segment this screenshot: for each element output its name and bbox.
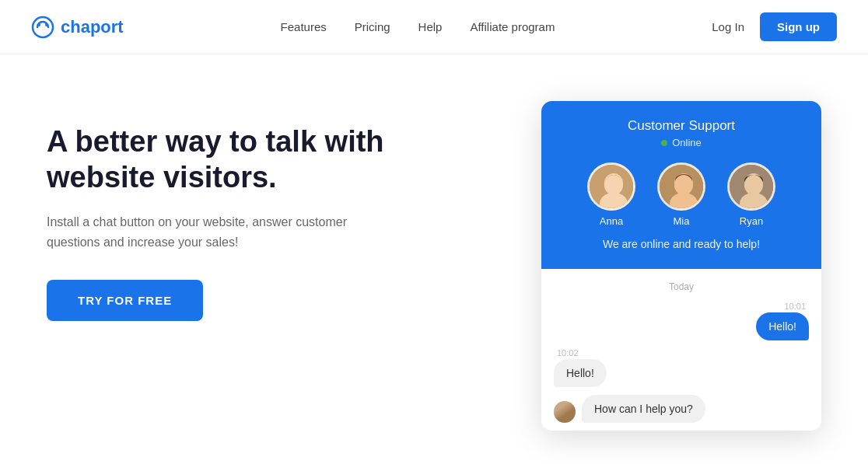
agent-avatar-small (554, 401, 576, 423)
message-2-bubble: Hello! (554, 359, 607, 387)
message-2-time: 10:02 (557, 348, 579, 358)
agent-name-anna: Anna (600, 215, 623, 227)
agent-name-ryan: Ryan (740, 215, 763, 227)
svg-point-12 (674, 175, 693, 195)
main-content: A better way to talk with website visito… (0, 54, 868, 431)
chat-messages: 10:01 Hello! 10:02 Hello! How can I help… (554, 302, 809, 423)
agent-name-mia: Mia (674, 215, 690, 227)
agents-row: Anna Mia (557, 162, 806, 227)
nav-actions: Log In Sign up (712, 12, 837, 41)
try-for-free-button[interactable]: TRY FOR FREE (47, 280, 203, 321)
login-button[interactable]: Log In (712, 20, 744, 33)
svg-point-1 (37, 23, 40, 26)
nav-affiliate[interactable]: Affiliate program (470, 20, 555, 33)
status-text: Online (672, 137, 702, 148)
chat-body: Today 10:01 Hello! 10:02 Hello! (541, 269, 821, 431)
hero-subtitle: Install a chat button on your website, a… (47, 212, 373, 252)
status-dot (661, 140, 667, 146)
hero-section: A better way to talk with website visito… (47, 101, 495, 321)
site-header: chaport Features Pricing Help Affiliate … (0, 0, 868, 54)
agent-avatar-ryan (727, 162, 775, 211)
nav-help[interactable]: Help (418, 20, 443, 33)
logo-text: chaport (61, 17, 124, 37)
agent-anna: Anna (587, 162, 635, 227)
svg-point-17 (744, 175, 763, 195)
nav-features[interactable]: Features (281, 20, 327, 33)
chat-date: Today (554, 281, 809, 292)
hero-title: A better way to talk with website visito… (47, 124, 404, 195)
chat-header-message: We are online and ready to help! (557, 238, 806, 250)
signup-button[interactable]: Sign up (760, 12, 837, 41)
chat-header-title: Customer Support (557, 118, 806, 134)
message-1: 10:01 Hello! (554, 302, 809, 340)
message-2-col: 10:02 Hello! (554, 348, 607, 387)
svg-point-2 (45, 23, 48, 26)
logo[interactable]: chaport (31, 16, 124, 39)
svg-point-7 (604, 175, 623, 195)
agent-ryan: Ryan (727, 162, 775, 227)
chat-widget: Customer Support Online (541, 101, 821, 431)
agent-avatar-mia (657, 162, 705, 211)
message-1-bubble: Hello! (756, 312, 809, 340)
agent-mia: Mia (657, 162, 705, 227)
message-1-time: 10:01 (784, 302, 806, 311)
svg-point-0 (33, 17, 53, 37)
chat-header-status: Online (557, 137, 806, 148)
message-3: How can I help you? (554, 395, 809, 423)
message-1-col: 10:01 Hello! (756, 302, 809, 340)
message-3-bubble: How can I help you? (582, 395, 705, 423)
main-nav: Features Pricing Help Affiliate program (281, 20, 555, 33)
message-3-col: How can I help you? (582, 395, 705, 423)
nav-pricing[interactable]: Pricing (355, 20, 390, 33)
message-2: 10:02 Hello! (554, 348, 809, 387)
agent-avatar-anna (587, 162, 635, 211)
chat-widget-header: Customer Support Online (541, 101, 821, 269)
